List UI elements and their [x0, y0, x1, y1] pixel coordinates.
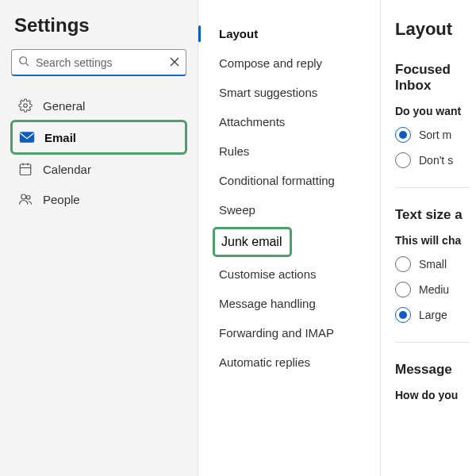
sub-smart[interactable]: Smart suggestions [213, 78, 374, 107]
search-field[interactable] [11, 49, 186, 76]
people-icon [17, 191, 33, 207]
svg-point-4 [24, 104, 28, 108]
nav-calendar[interactable]: Calendar [11, 154, 186, 184]
page-title: Settings [11, 14, 186, 36]
svg-point-10 [21, 194, 26, 199]
sub-customise[interactable]: Customise actions [213, 259, 374, 289]
focused-question: Do you want [395, 105, 470, 117]
nav-label: Email [44, 131, 76, 144]
nav-general[interactable]: General [11, 90, 186, 121]
svg-line-1 [26, 63, 29, 67]
message-question: How do you [395, 389, 470, 401]
settings-sidebar: Settings General Email Calendar [0, 0, 198, 476]
nav-label: People [43, 193, 80, 206]
textsize-small[interactable]: Small [395, 256, 470, 272]
nav-people[interactable]: People [11, 184, 186, 214]
sub-conditional[interactable]: Conditional formatting [213, 166, 374, 195]
sub-autoreplies[interactable]: Automatic replies [213, 347, 374, 377]
nav-list: General Email Calendar People [11, 90, 186, 214]
svg-rect-6 [20, 164, 31, 175]
calendar-icon [17, 161, 33, 177]
sub-sweep[interactable]: Sweep [213, 195, 374, 225]
textsize-heading: Text size a [395, 207, 470, 223]
search-icon [18, 56, 29, 70]
radio-icon [395, 307, 411, 323]
divider [395, 342, 470, 343]
gear-icon [17, 98, 33, 113]
focused-opt-dont[interactable]: Don't s [395, 152, 470, 168]
nav-label: General [43, 99, 85, 113]
radio-icon [395, 152, 411, 168]
nav-email[interactable]: Email [10, 120, 187, 155]
sub-rules[interactable]: Rules [213, 136, 374, 166]
textsize-radios: Small Mediu Large [395, 256, 470, 323]
submenu-list: Layout Compose and reply Smart suggestio… [213, 19, 374, 377]
content-pane: Layout Focused Inbox Do you want Sort m … [381, 0, 476, 476]
sub-layout[interactable]: Layout [213, 19, 374, 48]
svg-point-0 [20, 57, 27, 64]
search-input[interactable] [11, 49, 186, 76]
divider [395, 187, 470, 188]
focused-opt-sort[interactable]: Sort m [395, 127, 470, 143]
sub-compose[interactable]: Compose and reply [213, 48, 374, 78]
sub-junk[interactable]: Junk email [213, 227, 292, 257]
clear-icon[interactable] [170, 56, 179, 70]
sub-junk-wrap: Junk email [213, 225, 374, 259]
sub-msghandling[interactable]: Message handling [213, 289, 374, 318]
nav-label: Calendar [43, 163, 91, 176]
message-heading: Message [395, 362, 470, 378]
textsize-medium[interactable]: Mediu [395, 282, 470, 298]
content-title: Layout [395, 19, 470, 40]
radio-icon [395, 282, 411, 298]
radio-icon [395, 256, 411, 272]
mail-icon [19, 129, 35, 145]
textsize-question: This will cha [395, 234, 470, 247]
focused-heading: Focused Inbox [395, 62, 470, 94]
radio-icon [395, 127, 411, 143]
textsize-large[interactable]: Large [395, 307, 470, 323]
sub-attachments[interactable]: Attachments [213, 107, 374, 136]
svg-point-11 [27, 196, 31, 200]
svg-rect-5 [20, 132, 34, 142]
sub-forwarding[interactable]: Forwarding and IMAP [213, 318, 374, 347]
focused-radios: Sort m Don't s [395, 127, 470, 168]
email-submenu: Layout Compose and reply Smart suggestio… [198, 0, 381, 476]
